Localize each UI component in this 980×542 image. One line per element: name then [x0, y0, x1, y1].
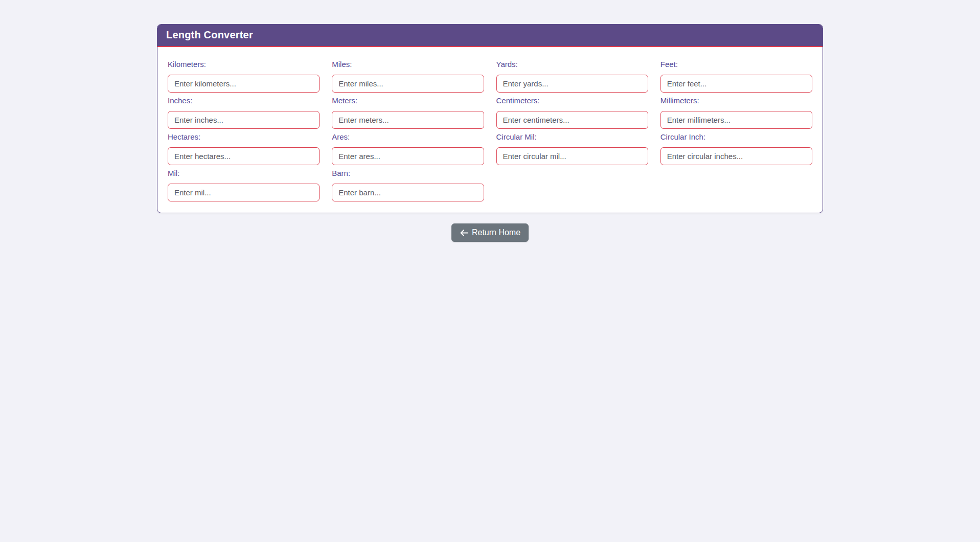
field-inches: Inches:	[168, 96, 320, 129]
centimeters-label: Centimeters:	[496, 96, 648, 106]
field-mil: Mil:	[168, 168, 320, 201]
miles-label: Miles:	[332, 59, 484, 70]
arrow-left-icon	[460, 229, 468, 237]
millimeters-input[interactable]	[660, 111, 812, 129]
mil-input[interactable]	[168, 184, 320, 201]
field-millimeters: Millimeters:	[660, 96, 812, 129]
return-home-button[interactable]: Return Home	[451, 223, 529, 242]
page-title: Length Converter	[166, 29, 814, 41]
kilometers-input[interactable]	[168, 75, 320, 93]
fields-grid: Kilometers: Miles: Yards: Feet: Inches: …	[168, 59, 812, 201]
meters-input[interactable]	[332, 111, 484, 129]
millimeters-label: Millimeters:	[660, 96, 812, 106]
mil-label: Mil:	[168, 168, 320, 178]
field-feet: Feet:	[660, 59, 812, 93]
ares-label: Ares:	[332, 132, 484, 142]
field-miles: Miles:	[332, 59, 484, 93]
card-body: Kilometers: Miles: Yards: Feet: Inches: …	[157, 47, 823, 213]
yards-input[interactable]	[496, 75, 648, 93]
barn-input[interactable]	[332, 184, 484, 201]
centimeters-input[interactable]	[496, 111, 648, 129]
yards-label: Yards:	[496, 59, 648, 70]
return-home-label: Return Home	[472, 228, 520, 237]
circular-inch-input[interactable]	[660, 147, 812, 165]
miles-input[interactable]	[332, 75, 484, 93]
inches-input[interactable]	[168, 111, 320, 129]
hectares-input[interactable]	[168, 147, 320, 165]
field-hectares: Hectares:	[168, 132, 320, 165]
field-meters: Meters:	[332, 96, 484, 129]
length-converter-card: Length Converter Kilometers: Miles: Yard…	[157, 24, 823, 213]
field-kilometers: Kilometers:	[168, 59, 320, 93]
card-header: Length Converter	[157, 25, 823, 47]
circular-inch-label: Circular Inch:	[660, 132, 812, 142]
field-barn: Barn:	[332, 168, 484, 201]
barn-label: Barn:	[332, 168, 484, 178]
field-ares: Ares:	[332, 132, 484, 165]
field-yards: Yards:	[496, 59, 648, 93]
field-centimeters: Centimeters:	[496, 96, 648, 129]
field-circular-inch: Circular Inch:	[660, 132, 812, 165]
field-circular-mil: Circular Mil:	[496, 132, 648, 165]
button-row: Return Home	[157, 223, 823, 242]
hectares-label: Hectares:	[168, 132, 320, 142]
kilometers-label: Kilometers:	[168, 59, 320, 70]
feet-input[interactable]	[660, 75, 812, 93]
meters-label: Meters:	[332, 96, 484, 106]
feet-label: Feet:	[660, 59, 812, 70]
circular-mil-input[interactable]	[496, 147, 648, 165]
circular-mil-label: Circular Mil:	[496, 132, 648, 142]
inches-label: Inches:	[168, 96, 320, 106]
ares-input[interactable]	[332, 147, 484, 165]
